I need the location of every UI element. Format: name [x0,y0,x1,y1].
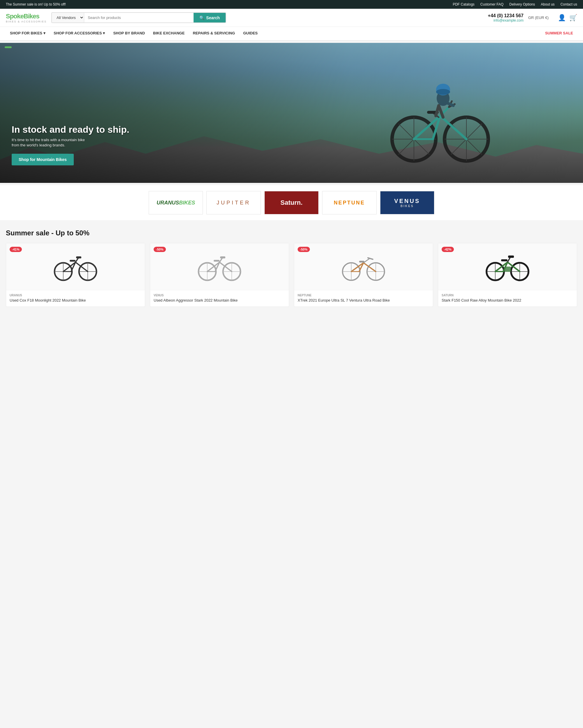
svg-line-61 [363,259,369,263]
logo-spoke: Spoke [6,12,24,20]
brand-saturn-label: Saturn. [280,199,303,207]
product-card-2[interactable]: -50% NEPTU [294,243,433,307]
product-badge-1: -50% [154,247,166,252]
svg-point-21 [436,89,450,95]
product-brand-1: VENUS [154,294,285,297]
nav-shop-brand[interactable]: Shop by Brand [109,27,149,40]
logo-wordmark: SpokeBikes [6,12,47,20]
promo-text: The Summer sale is on! Up to 50% off! [6,2,66,6]
customer-faq-link[interactable]: Customer FAQ [480,2,503,6]
search-bar: All Vendors 🔍 Search [51,12,226,23]
chevron-down-icon: ▾ [44,31,46,35]
brands-section: URANUSBIKES JUPITER Saturn. NEPTUNE VENU… [0,185,583,220]
product-card-0[interactable]: -41% URANU [6,243,145,307]
product-brand-3: SATURN [442,294,573,297]
delivery-options-link[interactable]: Delivery Options [509,2,535,6]
product-info-2: NEPTUNE XTrek 2021 Europe Ultra SL 7 Ven… [294,290,433,307]
hero-subtitle: It's time to hit the trails with a mount… [12,137,93,148]
contact-us-link[interactable]: Contact us [560,2,577,6]
sale-section: Summer sale - Up to 50% -41% [0,220,583,316]
product-name-0: Used Cox F18 Moonlight 2022 Mountain Bik… [10,298,141,303]
top-banner-links: PDF Catalogs Customer FAQ Delivery Optio… [453,2,577,6]
brand-uranus-label: URANUSBIKES [157,200,195,206]
product-brand-0: URANUS [10,294,141,297]
pdf-catalogs-link[interactable]: PDF Catalogs [453,2,475,6]
brand-neptune[interactable]: NEPTUNE [322,191,376,214]
svg-line-58 [363,263,376,271]
header: SpokeBikes BIKES & ACCESSORIES All Vendo… [0,9,583,27]
product-image-3 [438,243,577,290]
contact-info: +44 (0) 1234 567 info@example.com [488,13,524,23]
svg-rect-37 [70,260,76,262]
hero-content: In stock and ready to ship. It's time to… [12,124,130,165]
hero-cta-button[interactable]: Shop for Mountain Bikes [12,154,74,165]
svg-rect-49 [220,256,225,258]
brand-venus[interactable]: VENUSBIKES [380,191,434,214]
hero-dots [5,46,12,48]
logo[interactable]: SpokeBikes BIKES & ACCESSORIES [6,12,47,23]
brand-uranus[interactable]: URANUSBIKES [149,191,203,214]
product-info-1: VENUS Used Albeon Aggressor Stark 2022 M… [150,290,289,307]
nav-shop-bikes[interactable]: Shop for Bikes ▾ [6,27,50,40]
product-name-2: XTrek 2021 Europe Ultra SL 7 Ventura Ult… [298,298,429,303]
search-button[interactable]: 🔍 Search [194,13,226,23]
product-name-1: Used Albeon Aggressor Stark 2022 Mountai… [154,298,285,303]
svg-line-48 [220,258,222,262]
hero-banner: In stock and ready to ship. It's time to… [0,43,583,183]
svg-rect-75 [508,256,514,258]
svg-rect-50 [214,260,220,262]
search-icon: 🔍 [199,16,204,20]
header-icons: 👤 🛒 [558,14,577,22]
contact-phone: +44 (0) 1234 567 [488,13,524,18]
chevron-down-icon: ▾ [103,31,105,35]
sale-title: Summer sale - Up to 50% [6,229,577,237]
contact-email: info@example.com [488,18,524,23]
product-image-1 [150,243,289,290]
product-image-2 [294,243,433,290]
brand-venus-label: VENUSBIKES [394,198,420,208]
top-banner: The Summer sale is on! Up to 50% off! PD… [0,0,583,9]
svg-line-35 [76,258,78,262]
product-brand-2: NEPTUNE [298,294,429,297]
logo-tagline: BIKES & ACCESSORIES [6,20,47,23]
product-info-3: SATURN Stark F150 Cool Raw Alloy Mountai… [438,290,577,307]
product-card-1[interactable]: -50% VENUS [150,243,289,307]
product-badge-2: -50% [298,247,310,252]
cart-icon[interactable]: 🛒 [569,14,577,22]
brands-grid: URANUSBIKES JUPITER Saturn. NEPTUNE VENU… [149,191,434,214]
navigation: Shop for Bikes ▾ Shop for Accessories ▾ … [0,27,583,41]
svg-rect-77 [504,266,511,272]
products-grid: -41% URANU [6,243,577,307]
nav-guides[interactable]: Guides [239,27,262,40]
product-badge-3: -42% [442,247,454,252]
product-badge-0: -41% [10,247,22,252]
nav-summer-sale[interactable]: Summer Sale [541,27,577,40]
hero-title: In stock and ready to ship. [12,124,130,135]
about-us-link[interactable]: About us [541,2,554,6]
svg-rect-76 [501,259,507,261]
product-image-0 [6,243,145,290]
nav-left: Shop for Bikes ▾ Shop for Accessories ▾ … [6,27,262,40]
product-info-0: URANUS Used Cox F18 Moonlight 2022 Mount… [6,290,145,307]
nav-bike-exchange[interactable]: Bike Exchange [149,27,189,40]
vendor-select[interactable]: All Vendors [52,13,84,23]
svg-rect-36 [76,256,81,258]
nav-repairs[interactable]: Repairs & Servicing [189,27,239,40]
logo-bikes: Bikes [24,12,39,20]
product-name-3: Stark F150 Cool Raw Alloy Mountain Bike … [442,298,573,303]
brand-jupiter-label: JUPITER [217,200,251,206]
hero-bike-image [385,72,496,165]
currency-selector[interactable]: GR (EUR €) [528,16,549,20]
search-input[interactable] [84,13,194,23]
dot-active [5,46,12,48]
search-button-label: Search [206,16,220,20]
svg-rect-63 [359,261,364,262]
brand-neptune-label: NEPTUNE [334,200,365,206]
brand-jupiter[interactable]: JUPITER [206,191,260,214]
product-card-3[interactable]: -42% [438,243,577,307]
account-icon[interactable]: 👤 [558,14,566,22]
brand-saturn[interactable]: Saturn. [265,191,318,214]
nav-shop-accessories[interactable]: Shop for Accessories ▾ [50,27,109,40]
